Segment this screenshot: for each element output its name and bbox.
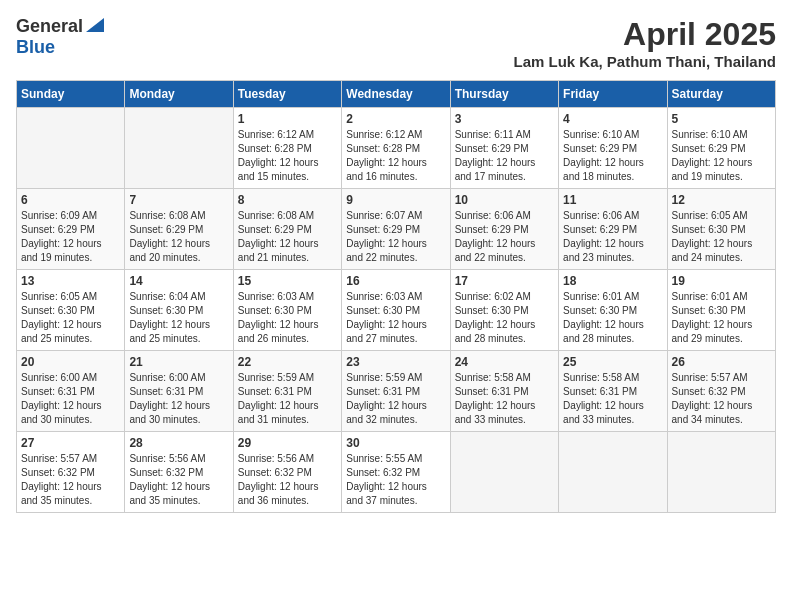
- page-header: General Blue April 2025 Lam Luk Ka, Path…: [16, 16, 776, 70]
- calendar-week-row: 1Sunrise: 6:12 AM Sunset: 6:28 PM Daylig…: [17, 108, 776, 189]
- calendar-cell: 3Sunrise: 6:11 AM Sunset: 6:29 PM Daylig…: [450, 108, 558, 189]
- calendar-cell: 11Sunrise: 6:06 AM Sunset: 6:29 PM Dayli…: [559, 189, 667, 270]
- calendar-cell: 23Sunrise: 5:59 AM Sunset: 6:31 PM Dayli…: [342, 351, 450, 432]
- day-number: 19: [672, 274, 771, 288]
- calendar-cell: 29Sunrise: 5:56 AM Sunset: 6:32 PM Dayli…: [233, 432, 341, 513]
- logo-triangle-icon: [86, 18, 104, 36]
- day-info: Sunrise: 6:03 AM Sunset: 6:30 PM Dayligh…: [238, 290, 337, 346]
- day-info: Sunrise: 6:08 AM Sunset: 6:29 PM Dayligh…: [238, 209, 337, 265]
- calendar-week-row: 6Sunrise: 6:09 AM Sunset: 6:29 PM Daylig…: [17, 189, 776, 270]
- day-info: Sunrise: 6:02 AM Sunset: 6:30 PM Dayligh…: [455, 290, 554, 346]
- calendar-cell: [559, 432, 667, 513]
- calendar-cell: 13Sunrise: 6:05 AM Sunset: 6:30 PM Dayli…: [17, 270, 125, 351]
- day-of-week-header: Saturday: [667, 81, 775, 108]
- calendar-cell: 20Sunrise: 6:00 AM Sunset: 6:31 PM Dayli…: [17, 351, 125, 432]
- day-info: Sunrise: 5:59 AM Sunset: 6:31 PM Dayligh…: [346, 371, 445, 427]
- calendar-cell: 15Sunrise: 6:03 AM Sunset: 6:30 PM Dayli…: [233, 270, 341, 351]
- calendar-cell: 9Sunrise: 6:07 AM Sunset: 6:29 PM Daylig…: [342, 189, 450, 270]
- day-number: 13: [21, 274, 120, 288]
- day-number: 22: [238, 355, 337, 369]
- day-number: 18: [563, 274, 662, 288]
- calendar-cell: 24Sunrise: 5:58 AM Sunset: 6:31 PM Dayli…: [450, 351, 558, 432]
- day-info: Sunrise: 6:00 AM Sunset: 6:31 PM Dayligh…: [129, 371, 228, 427]
- calendar-cell: 2Sunrise: 6:12 AM Sunset: 6:28 PM Daylig…: [342, 108, 450, 189]
- day-number: 28: [129, 436, 228, 450]
- day-info: Sunrise: 6:06 AM Sunset: 6:29 PM Dayligh…: [455, 209, 554, 265]
- day-info: Sunrise: 6:07 AM Sunset: 6:29 PM Dayligh…: [346, 209, 445, 265]
- day-info: Sunrise: 6:04 AM Sunset: 6:30 PM Dayligh…: [129, 290, 228, 346]
- day-info: Sunrise: 6:10 AM Sunset: 6:29 PM Dayligh…: [563, 128, 662, 184]
- day-of-week-header: Tuesday: [233, 81, 341, 108]
- day-number: 17: [455, 274, 554, 288]
- day-number: 21: [129, 355, 228, 369]
- calendar-cell: 5Sunrise: 6:10 AM Sunset: 6:29 PM Daylig…: [667, 108, 775, 189]
- logo: General Blue: [16, 16, 104, 58]
- day-number: 27: [21, 436, 120, 450]
- calendar-cell: 10Sunrise: 6:06 AM Sunset: 6:29 PM Dayli…: [450, 189, 558, 270]
- calendar-cell: 12Sunrise: 6:05 AM Sunset: 6:30 PM Dayli…: [667, 189, 775, 270]
- calendar-cell: 19Sunrise: 6:01 AM Sunset: 6:30 PM Dayli…: [667, 270, 775, 351]
- day-number: 4: [563, 112, 662, 126]
- day-info: Sunrise: 6:05 AM Sunset: 6:30 PM Dayligh…: [21, 290, 120, 346]
- month-title: April 2025: [513, 16, 776, 53]
- calendar-cell: 4Sunrise: 6:10 AM Sunset: 6:29 PM Daylig…: [559, 108, 667, 189]
- day-of-week-header: Monday: [125, 81, 233, 108]
- day-number: 11: [563, 193, 662, 207]
- day-info: Sunrise: 6:09 AM Sunset: 6:29 PM Dayligh…: [21, 209, 120, 265]
- day-number: 24: [455, 355, 554, 369]
- day-number: 7: [129, 193, 228, 207]
- day-number: 14: [129, 274, 228, 288]
- calendar-body: 1Sunrise: 6:12 AM Sunset: 6:28 PM Daylig…: [17, 108, 776, 513]
- day-info: Sunrise: 5:57 AM Sunset: 6:32 PM Dayligh…: [672, 371, 771, 427]
- day-number: 9: [346, 193, 445, 207]
- day-number: 23: [346, 355, 445, 369]
- logo-general-text: General: [16, 16, 83, 37]
- location-subtitle: Lam Luk Ka, Pathum Thani, Thailand: [513, 53, 776, 70]
- calendar-cell: [667, 432, 775, 513]
- svg-marker-0: [86, 18, 104, 32]
- day-number: 29: [238, 436, 337, 450]
- day-info: Sunrise: 5:56 AM Sunset: 6:32 PM Dayligh…: [129, 452, 228, 508]
- day-of-week-header: Sunday: [17, 81, 125, 108]
- day-number: 26: [672, 355, 771, 369]
- day-number: 8: [238, 193, 337, 207]
- day-number: 30: [346, 436, 445, 450]
- day-of-week-header: Thursday: [450, 81, 558, 108]
- calendar-cell: 21Sunrise: 6:00 AM Sunset: 6:31 PM Dayli…: [125, 351, 233, 432]
- calendar-cell: 8Sunrise: 6:08 AM Sunset: 6:29 PM Daylig…: [233, 189, 341, 270]
- day-number: 5: [672, 112, 771, 126]
- calendar-week-row: 13Sunrise: 6:05 AM Sunset: 6:30 PM Dayli…: [17, 270, 776, 351]
- calendar-cell: 28Sunrise: 5:56 AM Sunset: 6:32 PM Dayli…: [125, 432, 233, 513]
- day-info: Sunrise: 5:59 AM Sunset: 6:31 PM Dayligh…: [238, 371, 337, 427]
- day-number: 25: [563, 355, 662, 369]
- day-number: 12: [672, 193, 771, 207]
- calendar-week-row: 27Sunrise: 5:57 AM Sunset: 6:32 PM Dayli…: [17, 432, 776, 513]
- day-info: Sunrise: 6:00 AM Sunset: 6:31 PM Dayligh…: [21, 371, 120, 427]
- day-info: Sunrise: 6:05 AM Sunset: 6:30 PM Dayligh…: [672, 209, 771, 265]
- calendar-cell: [17, 108, 125, 189]
- calendar-cell: 22Sunrise: 5:59 AM Sunset: 6:31 PM Dayli…: [233, 351, 341, 432]
- day-info: Sunrise: 6:01 AM Sunset: 6:30 PM Dayligh…: [563, 290, 662, 346]
- day-info: Sunrise: 6:03 AM Sunset: 6:30 PM Dayligh…: [346, 290, 445, 346]
- day-info: Sunrise: 6:12 AM Sunset: 6:28 PM Dayligh…: [346, 128, 445, 184]
- calendar-cell: 6Sunrise: 6:09 AM Sunset: 6:29 PM Daylig…: [17, 189, 125, 270]
- calendar-cell: [450, 432, 558, 513]
- calendar-cell: [125, 108, 233, 189]
- day-number: 10: [455, 193, 554, 207]
- title-area: April 2025 Lam Luk Ka, Pathum Thani, Tha…: [513, 16, 776, 70]
- day-info: Sunrise: 6:01 AM Sunset: 6:30 PM Dayligh…: [672, 290, 771, 346]
- day-info: Sunrise: 6:12 AM Sunset: 6:28 PM Dayligh…: [238, 128, 337, 184]
- day-info: Sunrise: 6:08 AM Sunset: 6:29 PM Dayligh…: [129, 209, 228, 265]
- day-info: Sunrise: 6:10 AM Sunset: 6:29 PM Dayligh…: [672, 128, 771, 184]
- calendar-cell: 18Sunrise: 6:01 AM Sunset: 6:30 PM Dayli…: [559, 270, 667, 351]
- day-info: Sunrise: 5:58 AM Sunset: 6:31 PM Dayligh…: [563, 371, 662, 427]
- calendar-cell: 30Sunrise: 5:55 AM Sunset: 6:32 PM Dayli…: [342, 432, 450, 513]
- day-info: Sunrise: 5:58 AM Sunset: 6:31 PM Dayligh…: [455, 371, 554, 427]
- day-number: 1: [238, 112, 337, 126]
- calendar-cell: 25Sunrise: 5:58 AM Sunset: 6:31 PM Dayli…: [559, 351, 667, 432]
- logo-blue-text: Blue: [16, 37, 55, 57]
- calendar-cell: 16Sunrise: 6:03 AM Sunset: 6:30 PM Dayli…: [342, 270, 450, 351]
- calendar-cell: 17Sunrise: 6:02 AM Sunset: 6:30 PM Dayli…: [450, 270, 558, 351]
- calendar-table: SundayMondayTuesdayWednesdayThursdayFrid…: [16, 80, 776, 513]
- day-of-week-header: Wednesday: [342, 81, 450, 108]
